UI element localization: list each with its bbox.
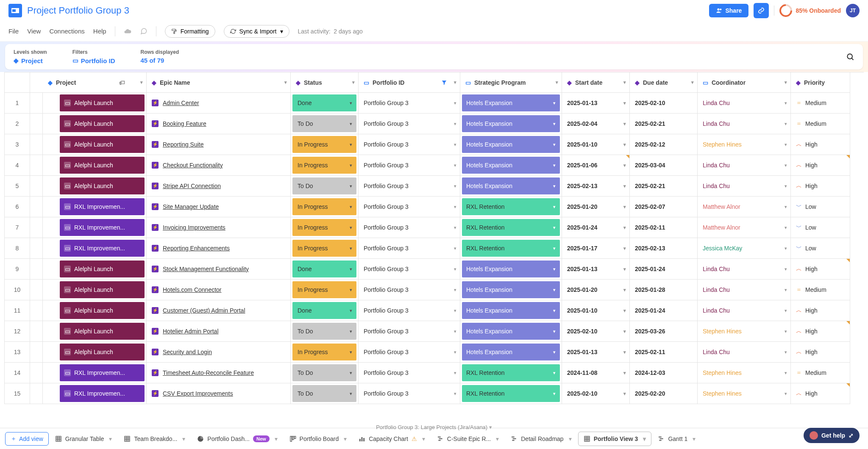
priority-cell[interactable]: ＝Medium (791, 363, 850, 383)
priority-cell[interactable]: ＝Medium (791, 280, 850, 300)
due-date-cell[interactable]: 2025-01-28 (630, 280, 698, 300)
chevron-down-icon[interactable]: ▾ (785, 100, 787, 106)
project-cell[interactable]: ▭Alelphi Launch (43, 321, 147, 342)
chevron-down-icon[interactable]: ▾ (275, 435, 278, 442)
chevron-down-icon[interactable]: ▾ (623, 391, 626, 396)
view-tab[interactable]: Team Breakdo...▾ (118, 432, 191, 446)
data-grid[interactable]: ◆Project🏷▾◆Epic Name▾◆Status▾▭Portfolio … (0, 72, 868, 428)
epic-link[interactable]: Checkout Functionality (163, 162, 223, 169)
coordinator-cell[interactable]: Linda Chu▾ (698, 300, 791, 321)
epic-cell[interactable]: Security and Login (147, 342, 291, 363)
chevron-down-icon[interactable]: ▾ (785, 183, 787, 189)
program-cell[interactable]: Hotels Expansion▾ (460, 280, 562, 300)
chevron-down-icon[interactable]: ▾ (454, 329, 456, 334)
priority-cell[interactable]: ﹀Low (791, 197, 850, 217)
chevron-down-icon[interactable]: ▾ (350, 100, 352, 106)
chevron-down-icon[interactable]: ▾ (553, 183, 556, 189)
priority-cell[interactable]: ︿High (791, 383, 850, 404)
project-cell[interactable]: ▭Alelphi Launch (43, 134, 147, 155)
status-cell[interactable]: To Do▾ (291, 176, 359, 197)
chevron-down-icon[interactable]: ▾ (785, 308, 787, 313)
chevron-down-icon[interactable]: ▾ (454, 246, 456, 251)
status-cell[interactable]: In Progress▾ (291, 155, 359, 176)
chevron-down-icon[interactable]: ▾ (623, 121, 626, 127)
chevron-down-icon[interactable]: ▾ (454, 391, 456, 396)
project-cell[interactable]: ▭RXL Improvemen... (43, 217, 147, 238)
epic-link[interactable]: CSV Export Improvements (163, 390, 233, 397)
chevron-down-icon[interactable]: ▾ (785, 246, 787, 251)
portfolio-cell[interactable]: Portfolio Group 3▾ (359, 238, 460, 259)
start-date-cell[interactable]: 2025-01-20▾ (562, 197, 630, 217)
chevron-down-icon[interactable]: ▾ (350, 329, 352, 334)
portfolio-cell[interactable]: Portfolio Group 3▾ (359, 176, 460, 197)
due-date-cell[interactable]: 2025-02-07 (630, 197, 698, 217)
status-cell[interactable]: Done▾ (291, 93, 359, 114)
portfolio-cell[interactable]: Portfolio Group 3▾ (359, 259, 460, 280)
project-cell[interactable]: ▭RXL Improvemen... (43, 238, 147, 259)
chevron-down-icon[interactable]: ▾ (182, 435, 185, 442)
chevron-down-icon[interactable]: ▾ (553, 100, 556, 106)
chevron-down-icon[interactable]: ▾ (623, 100, 626, 106)
chevron-down-icon[interactable]: ▾ (350, 163, 352, 168)
chevron-down-icon[interactable]: ▾ (623, 246, 626, 251)
epic-cell[interactable]: Reporting Suite (147, 134, 291, 155)
coordinator-cell[interactable]: Stephen Hines▾ (698, 363, 791, 383)
col-due[interactable]: ◆Due date▾ (630, 72, 698, 93)
priority-cell[interactable]: ︿High (791, 342, 850, 363)
due-date-cell[interactable]: 2025-01-24 (630, 300, 698, 321)
epic-cell[interactable]: Customer (Guest) Admin Portal (147, 300, 291, 321)
chevron-down-icon[interactable]: ▾ (785, 80, 787, 85)
start-date-cell[interactable]: 2024-11-08▾ (562, 363, 630, 383)
chevron-down-icon[interactable]: ▾ (623, 370, 626, 376)
program-cell[interactable]: Hotels Expansion▾ (460, 176, 562, 197)
chevron-down-icon[interactable]: ▾ (496, 435, 499, 442)
coordinator-cell[interactable]: Linda Chu▾ (698, 259, 791, 280)
chevron-down-icon[interactable]: ▾ (785, 349, 787, 355)
program-cell[interactable]: Hotels Expansion▾ (460, 155, 562, 176)
chevron-down-icon[interactable]: ▾ (553, 370, 556, 376)
priority-cell[interactable]: ﹀Low (791, 238, 850, 259)
chevron-down-icon[interactable]: ▾ (454, 349, 456, 355)
start-date-cell[interactable]: 2025-02-10▾ (562, 321, 630, 342)
sync-import-button[interactable]: Sync & Import ▾ (224, 25, 289, 38)
project-cell[interactable]: ▭Alelphi Launch (43, 280, 147, 300)
epic-link[interactable]: Stock Management Functionality (163, 266, 249, 272)
view-tab[interactable]: Portfolio View 3▾ (578, 432, 652, 446)
chevron-down-icon[interactable]: ▾ (454, 225, 456, 230)
project-cell[interactable]: ▭RXL Improvemen... (43, 197, 147, 217)
chevron-down-icon[interactable]: ▾ (553, 329, 556, 334)
program-cell[interactable]: RXL Retention▾ (460, 197, 562, 217)
status-cell[interactable]: To Do▾ (291, 363, 359, 383)
chevron-down-icon[interactable]: ▾ (344, 435, 347, 442)
due-date-cell[interactable]: 2025-02-10 (630, 93, 698, 114)
program-cell[interactable]: RXL Retention▾ (460, 217, 562, 238)
chevron-down-icon[interactable]: ▾ (623, 163, 626, 168)
priority-cell[interactable]: ︿High (791, 176, 850, 197)
due-date-cell[interactable]: 2025-02-11 (630, 217, 698, 238)
chevron-down-icon[interactable]: ▾ (623, 308, 626, 313)
priority-cell[interactable]: ︿High (791, 321, 850, 342)
chevron-down-icon[interactable]: ▾ (785, 391, 787, 396)
chevron-down-icon[interactable]: ▾ (350, 266, 352, 272)
chevron-down-icon[interactable]: ▾ (350, 287, 352, 293)
due-date-cell[interactable]: 2025-02-12 (630, 134, 698, 155)
chevron-down-icon[interactable]: ▾ (569, 435, 572, 442)
view-tab[interactable]: Capacity Chart⚠▾ (353, 432, 431, 446)
app-logo[interactable] (8, 4, 22, 17)
program-cell[interactable]: Hotels Expansion▾ (460, 342, 562, 363)
epic-link[interactable]: Site Manager Update (163, 203, 219, 210)
priority-cell[interactable]: ﹀Low (791, 217, 850, 238)
chevron-down-icon[interactable]: ▾ (553, 287, 556, 293)
status-cell[interactable]: In Progress▾ (291, 342, 359, 363)
chevron-down-icon[interactable]: ▾ (623, 204, 626, 210)
rows-displayed[interactable]: Rows displayed 45 of 79 (141, 49, 179, 64)
project-cell[interactable]: ▭RXL Improvemen... (43, 383, 147, 404)
status-cell[interactable]: To Do▾ (291, 114, 359, 134)
chevron-down-icon[interactable]: ▾ (553, 246, 556, 251)
program-cell[interactable]: Hotels Expansion▾ (460, 259, 562, 280)
project-cell[interactable]: ▭Alelphi Launch (43, 93, 147, 114)
col-epic[interactable]: ◆Epic Name▾ (147, 72, 291, 93)
chevron-down-icon[interactable]: ▾ (284, 80, 287, 85)
due-date-cell[interactable]: 2025-02-13 (630, 238, 698, 259)
chevron-down-icon[interactable]: ▾ (785, 370, 787, 376)
